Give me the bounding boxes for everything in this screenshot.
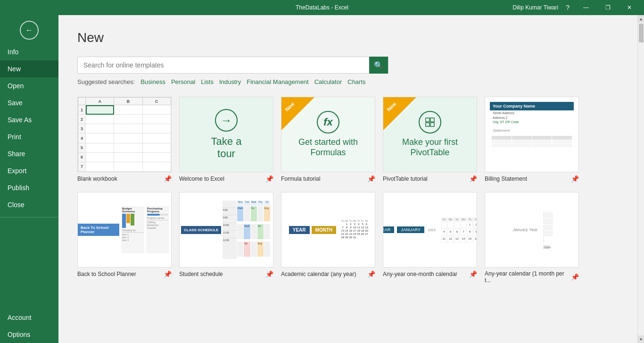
template-name-academic: Academic calendar (any year) 📌 — [281, 270, 375, 278]
sidebar-item-new[interactable]: New — [0, 60, 58, 77]
scroll-thumb[interactable] — [639, 24, 644, 42]
pin-icon-tour[interactable]: 📌 — [265, 175, 273, 183]
scroll-up-arrow[interactable]: ▲ — [638, 15, 644, 23]
pin-icon-anyyear[interactable]: 📌 — [469, 270, 477, 278]
sidebar-item-options[interactable]: Options — [0, 326, 58, 343]
template-pivot[interactable]: New Make your firstP — [383, 97, 477, 183]
template-academic[interactable]: YEAR MONTH Su Mo Tu We Th Fr Sa — [281, 192, 375, 284]
tag-business[interactable]: Business — [140, 78, 165, 85]
main-content: New 🔍 Suggested searches: Business Perso… — [58, 15, 637, 343]
template-billing[interactable]: Your Company Name Street Address Address… — [485, 97, 579, 183]
title-bar: TheDataLabs - Excel Dilip Kumar Tiwari ?… — [0, 0, 644, 15]
template-anyyear[interactable]: YEAR JANUARY 2023 Su Mo Tu We Th Fr — [383, 192, 477, 284]
search-input[interactable] — [78, 61, 369, 69]
sidebar-item-save-as[interactable]: Save As — [0, 111, 58, 128]
template-schedule[interactable]: CLASS SCHEDULE 8:00 9:00 10:00 11:00 12:… — [179, 192, 273, 284]
template-name-anyyear: Any-year one-month calendar 📌 — [383, 270, 477, 278]
page-title: New — [77, 30, 619, 45]
template-thumb-anyyear: YEAR JANUARY 2023 Su Mo Tu We Th Fr — [383, 192, 477, 268]
tag-calculator[interactable]: Calculator — [314, 78, 342, 85]
pin-icon-yearcal[interactable]: 📌 — [571, 273, 579, 281]
template-thumb-schedule: CLASS SCHEDULE 8:00 9:00 10:00 11:00 12:… — [179, 192, 273, 268]
minimize-button[interactable]: — — [575, 0, 597, 15]
template-row-1: A B C 1 2 — [77, 97, 619, 183]
svg-rect-1 — [430, 118, 434, 122]
template-thumb-billing: Your Company Name Street Address Address… — [485, 97, 579, 172]
tour-arrow-icon: → — [215, 109, 238, 132]
sidebar-divider — [0, 217, 58, 218]
template-thumb-blank: A B C 1 2 — [77, 97, 172, 172]
pin-icon-billing[interactable]: 📌 — [571, 175, 579, 183]
template-thumb-pivot: New Make your firstP — [383, 97, 477, 172]
pin-icon-academic[interactable]: 📌 — [367, 270, 375, 278]
close-button[interactable]: ✕ — [619, 0, 640, 15]
sidebar-item-info[interactable]: Info — [0, 43, 58, 60]
template-yearcal[interactable]: January Year — [485, 192, 579, 284]
template-thumb-academic: YEAR MONTH Su Mo Tu We Th Fr Sa — [281, 192, 375, 268]
pivot-icon — [419, 111, 441, 134]
sidebar-item-open[interactable]: Open — [0, 77, 58, 94]
sidebar-item-account[interactable]: Account — [0, 309, 58, 326]
formula-icon: fx — [317, 111, 339, 134]
title-bar-title: TheDataLabs - Excel — [296, 4, 348, 11]
template-row-2: Back To School Planner Budget Summary Sh… — [77, 192, 619, 284]
scrollbar[interactable]: ▲ ▼ — [637, 15, 644, 343]
suggested-label: Suggested searches: — [77, 78, 135, 85]
pivot-text: Make your firstPivotTable — [402, 137, 458, 158]
formula-text: Get started withFormulas — [298, 137, 358, 158]
tour-text: Take atour — [211, 135, 242, 160]
tag-charts[interactable]: Charts — [347, 78, 365, 85]
tag-lists[interactable]: Lists — [201, 78, 214, 85]
sidebar-item-share[interactable]: Share — [0, 145, 58, 162]
template-name-billing: Billing Statement 📌 — [485, 175, 579, 183]
template-formula[interactable]: New fx Get started withFormulas Formula … — [281, 97, 375, 183]
sidebar-item-publish[interactable]: Publish — [0, 179, 58, 196]
search-icon: 🔍 — [374, 61, 383, 70]
template-blank-workbook[interactable]: A B C 1 2 — [77, 97, 172, 183]
suggested-searches: Suggested searches: Business Personal Li… — [77, 78, 619, 85]
back-button[interactable]: ← — [20, 21, 39, 40]
template-thumb-yearcal: January Year — [485, 192, 579, 268]
scroll-down-arrow[interactable]: ▼ — [638, 335, 644, 343]
title-bar-user: Dilip Kumar Tiwari — [513, 4, 559, 11]
pin-icon-pivot[interactable]: 📌 — [469, 175, 477, 183]
template-thumb-school: Back To School Planner Budget Summary Sh… — [77, 192, 172, 268]
template-name-tour: Welcome to Excel 📌 — [179, 175, 273, 183]
pin-icon-formula[interactable]: 📌 — [367, 175, 375, 183]
template-name-school: Back to School Planner 📌 — [77, 270, 172, 278]
pin-icon-blank[interactable]: 📌 — [164, 175, 172, 183]
template-thumb-formula: New fx Get started withFormulas — [281, 97, 375, 172]
pin-icon-schedule[interactable]: 📌 — [265, 270, 273, 278]
template-name-blank: Blank workbook 📌 — [77, 175, 172, 183]
sidebar-item-close[interactable]: Close — [0, 196, 58, 213]
sidebar-item-print[interactable]: Print — [0, 128, 58, 145]
template-name-formula: Formula tutorial 📌 — [281, 175, 375, 183]
tag-industry[interactable]: Industry — [219, 78, 241, 85]
template-name-yearcal: Any-year calendar (1 month per t... 📌 — [485, 270, 579, 284]
svg-rect-0 — [426, 118, 429, 122]
pin-icon-school[interactable]: 📌 — [164, 270, 172, 278]
template-name-pivot: PivotTable tutorial 📌 — [383, 175, 477, 183]
template-name-schedule: Student schedule 📌 — [179, 270, 273, 278]
search-bar: 🔍 — [77, 57, 388, 74]
maximize-button[interactable]: ❐ — [597, 0, 619, 15]
help-icon[interactable]: ? — [566, 4, 570, 11]
template-thumb-tour: → Take atour — [179, 97, 273, 172]
template-tour[interactable]: → Take atour Welcome to Excel 📌 — [179, 97, 273, 183]
sidebar: ← Info New Open Save Save As Print Share… — [0, 15, 58, 343]
template-school-planner[interactable]: Back To School Planner Budget Summary Sh… — [77, 192, 172, 284]
svg-rect-2 — [426, 123, 429, 126]
tag-personal[interactable]: Personal — [171, 78, 195, 85]
svg-rect-3 — [430, 123, 434, 126]
tag-financial[interactable]: Financial Management — [247, 78, 309, 85]
sidebar-item-save[interactable]: Save — [0, 94, 58, 111]
sidebar-item-export[interactable]: Export — [0, 162, 58, 179]
search-button[interactable]: 🔍 — [369, 57, 388, 74]
